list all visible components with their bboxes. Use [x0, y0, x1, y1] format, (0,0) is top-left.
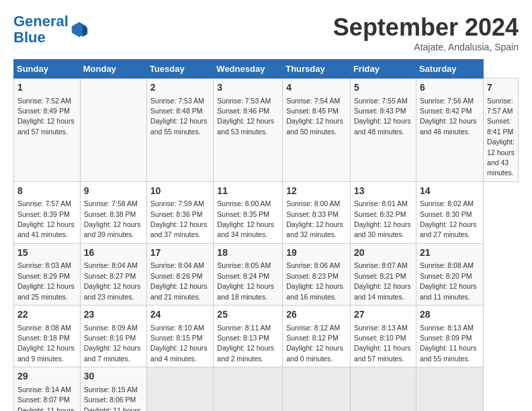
table-row: 21Sunrise: 8:08 AMSunset: 8:20 PMDayligh… — [416, 243, 483, 305]
table-row: 20Sunrise: 8:07 AMSunset: 8:21 PMDayligh… — [350, 243, 416, 305]
table-row: 29Sunrise: 8:14 AMSunset: 8:07 PMDayligh… — [14, 367, 81, 411]
table-row: 10Sunrise: 7:59 AMSunset: 8:36 PMDayligh… — [146, 181, 214, 243]
table-row: 18Sunrise: 8:05 AMSunset: 8:24 PMDayligh… — [214, 243, 283, 305]
table-row: 11Sunrise: 8:00 AMSunset: 8:35 PMDayligh… — [214, 181, 283, 243]
logo: GeneralBlue — [13, 13, 89, 46]
table-row: 24Sunrise: 8:10 AMSunset: 8:15 PMDayligh… — [146, 306, 214, 367]
table-row — [416, 367, 483, 411]
calendar-row-1: 1Sunrise: 7:52 AMSunset: 8:49 PMDaylight… — [14, 79, 519, 182]
table-row: 6Sunrise: 7:56 AMSunset: 8:42 PMDaylight… — [416, 79, 483, 182]
table-row: 17Sunrise: 8:04 AMSunset: 8:26 PMDayligh… — [146, 243, 214, 305]
table-row: 27Sunrise: 8:13 AMSunset: 8:10 PMDayligh… — [350, 306, 416, 367]
table-row: 12Sunrise: 8:00 AMSunset: 8:33 PMDayligh… — [283, 181, 351, 243]
page-header: GeneralBlue September 2024 Atajate, Anda… — [13, 13, 519, 52]
table-row: 26Sunrise: 8:12 AMSunset: 8:12 PMDayligh… — [283, 306, 351, 367]
table-row: 2Sunrise: 7:53 AMSunset: 8:48 PMDaylight… — [146, 79, 214, 182]
title-block: September 2024 Atajate, Andalusia, Spain — [333, 13, 519, 52]
col-wednesday: Wednesday — [214, 60, 283, 79]
month-title: September 2024 — [333, 13, 519, 42]
table-row: 14Sunrise: 8:02 AMSunset: 8:30 PMDayligh… — [416, 181, 483, 243]
col-saturday: Saturday — [416, 60, 483, 79]
logo-text: GeneralBlue — [13, 13, 69, 46]
calendar-row-3: 15Sunrise: 8:03 AMSunset: 8:29 PMDayligh… — [14, 243, 519, 305]
calendar-row-5: 29Sunrise: 8:14 AMSunset: 8:07 PMDayligh… — [14, 367, 519, 411]
calendar-row-4: 22Sunrise: 8:08 AMSunset: 8:18 PMDayligh… — [14, 306, 519, 367]
col-thursday: Thursday — [283, 60, 351, 79]
table-row: 23Sunrise: 8:09 AMSunset: 8:16 PMDayligh… — [80, 306, 146, 367]
table-row: 4Sunrise: 7:54 AMSunset: 8:45 PMDaylight… — [283, 79, 351, 182]
table-row: 28Sunrise: 8:13 AMSunset: 8:09 PMDayligh… — [416, 306, 483, 367]
table-row — [80, 79, 146, 182]
table-row: 19Sunrise: 8:06 AMSunset: 8:23 PMDayligh… — [283, 243, 351, 305]
col-tuesday: Tuesday — [146, 60, 214, 79]
logo-icon — [70, 20, 89, 39]
location-subtitle: Atajate, Andalusia, Spain — [333, 42, 519, 52]
table-row: 9Sunrise: 7:58 AMSunset: 8:38 PMDaylight… — [80, 181, 146, 243]
table-row: 22Sunrise: 8:08 AMSunset: 8:18 PMDayligh… — [14, 306, 81, 367]
calendar-header-row: Sunday Monday Tuesday Wednesday Thursday… — [14, 60, 519, 79]
table-row: 15Sunrise: 8:03 AMSunset: 8:29 PMDayligh… — [14, 243, 81, 305]
table-row — [214, 367, 283, 411]
col-monday: Monday — [80, 60, 146, 79]
calendar-table: Sunday Monday Tuesday Wednesday Thursday… — [13, 59, 519, 411]
table-row: 30Sunrise: 8:15 AMSunset: 8:06 PMDayligh… — [80, 367, 146, 411]
table-row — [146, 367, 214, 411]
table-row — [283, 367, 351, 411]
table-row: 25Sunrise: 8:11 AMSunset: 8:13 PMDayligh… — [214, 306, 283, 367]
col-sunday: Sunday — [14, 60, 81, 79]
table-row: 3Sunrise: 7:53 AMSunset: 8:46 PMDaylight… — [214, 79, 283, 182]
table-row: 8Sunrise: 7:57 AMSunset: 8:39 PMDaylight… — [14, 181, 81, 243]
table-row — [350, 367, 416, 411]
table-row: 1Sunrise: 7:52 AMSunset: 8:49 PMDaylight… — [14, 79, 81, 182]
table-row: 13Sunrise: 8:01 AMSunset: 8:32 PMDayligh… — [350, 181, 416, 243]
table-row: 16Sunrise: 8:04 AMSunset: 8:27 PMDayligh… — [80, 243, 146, 305]
col-friday: Friday — [350, 60, 416, 79]
table-row: 7Sunrise: 7:57 AMSunset: 8:41 PMDaylight… — [484, 79, 519, 182]
calendar-row-2: 8Sunrise: 7:57 AMSunset: 8:39 PMDaylight… — [14, 181, 519, 243]
table-row: 5Sunrise: 7:55 AMSunset: 8:43 PMDaylight… — [350, 79, 416, 182]
